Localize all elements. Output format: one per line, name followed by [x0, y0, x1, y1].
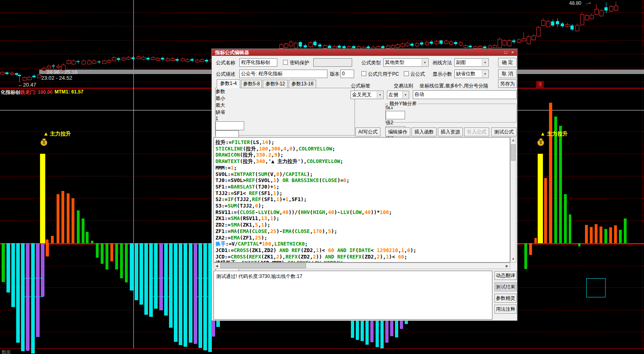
candle [386, 46, 390, 49]
action-button-测试公式[interactable]: 测试公式 [491, 127, 517, 136]
high-price-label: 48.80 [569, 0, 581, 6]
dialog-titlebar[interactable]: 指标公式编辑器 □ × [212, 49, 517, 56]
code-vscrollbar[interactable]: ▲ ▼ [510, 137, 516, 263]
indicator-tick-line [151, 297, 170, 297]
tab-参数5-8[interactable]: 参数5-8 [241, 80, 262, 88]
code-line: 换手:=V/CAPITAL*100,LINETHICK0; [215, 241, 308, 248]
scroll-left-icon[interactable]: ◀ [214, 263, 220, 269]
code-token: 1 [273, 177, 277, 183]
candle [294, 43, 298, 48]
code-hscrollbar[interactable]: ◀ ▶ [213, 263, 510, 269]
code-token: 洗码低于: [215, 260, 242, 263]
action-button-插入函数[interactable]: 插入函数 [412, 127, 437, 136]
code-token: ( [258, 190, 261, 196]
scroll-down-icon[interactable]: ▼ [511, 256, 516, 262]
code-token: TJJ2 [237, 196, 249, 202]
code-token: 2 [377, 254, 380, 260]
code-token: , [310, 228, 313, 234]
action-button-插入资源[interactable]: 插入资源 [438, 127, 463, 136]
formula-type-select[interactable]: 其他类型 ▼ [383, 58, 429, 67]
code-token: ZD2 [365, 254, 374, 260]
side-button-用法注释[interactable]: 用法注释 [494, 305, 517, 314]
ok-button[interactable]: 确 定 [498, 58, 517, 67]
code-token: ; [340, 158, 343, 164]
candle [483, 47, 486, 48]
extra-y-group: 额外Y轴分界 值1值2值3值4 [385, 104, 517, 123]
chevron-down-icon[interactable]: ▼ [402, 91, 408, 98]
formula-code-editor[interactable]: 拉升:=FILTER(LS,14);STICKLINE(拉升,100,300,4… [213, 137, 510, 263]
chevron-down-icon[interactable]: ▼ [422, 59, 428, 66]
code-token: ); [273, 215, 279, 221]
tab-参数13-16[interactable]: 参数13-16 [289, 80, 316, 88]
code-token: RSV11 [243, 215, 258, 221]
code-token: ( [246, 254, 249, 260]
code-token: := [226, 241, 232, 247]
histogram-bar [77, 210, 80, 243]
code-token: )< [319, 247, 328, 253]
side-button-测试结果[interactable]: 测试结果 [494, 282, 517, 291]
candle [469, 46, 472, 47]
param-input[interactable] [215, 121, 244, 130]
candle [279, 45, 283, 49]
histogram-bar [82, 218, 84, 243]
tab-参数1-4[interactable]: 参数1-4 [217, 79, 240, 88]
code-token: JCD1 [215, 247, 228, 253]
extra-y-item-input[interactable] [386, 111, 405, 119]
candle [551, 21, 554, 25]
chevron-down-icon[interactable]: ▼ [482, 70, 488, 77]
candle [141, 57, 146, 59]
hscroll-thumb[interactable] [220, 263, 306, 268]
version-input[interactable]: 0 [340, 70, 354, 78]
candle [27, 77, 32, 80]
code-token: MA [231, 228, 237, 234]
cancel-button[interactable]: 取 消 [498, 69, 517, 78]
code-token: ; [389, 209, 392, 215]
formula-name-input[interactable]: 程序化指标创 [239, 58, 277, 67]
code-token: 9 [274, 152, 277, 158]
candle [536, 27, 541, 36]
code-token: COLORYELLOW [307, 158, 340, 164]
code-token: ( [355, 247, 359, 253]
code-line: RSV11:=(CLOSE-LLV(LOW,40))/(HHV(HIGH,40)… [215, 209, 392, 215]
param-row-number: 1 [215, 116, 355, 121]
rise-badge: 涨 [536, 81, 544, 88]
scroll-up-icon[interactable]: ▲ [511, 138, 516, 143]
trade-rule-select[interactable]: 左侧 ▼ [387, 91, 409, 99]
close-icon[interactable]: × [509, 49, 516, 55]
formula-desc-input[interactable]: 公众号: 程序化指标 [239, 70, 327, 78]
password-protect-checkbox[interactable] [283, 60, 288, 65]
formula-desc-label: 公式描述 [216, 71, 235, 77]
code-token: ; [332, 146, 335, 152]
pc-only-checkbox[interactable] [361, 71, 366, 76]
formula-tag-select[interactable]: 金叉死叉 ▼ [351, 91, 384, 99]
code-line: DRAWICON(拉升,330.2,9); [215, 152, 283, 159]
vscroll-thumb[interactable] [511, 144, 515, 161]
code-token: TJ0 [258, 184, 267, 190]
action-button-编辑操作[interactable]: 编辑操作 [385, 127, 410, 136]
chevron-down-icon[interactable]: ▼ [482, 59, 488, 66]
bottom-left-text: 数据 [2, 349, 11, 354]
candle [595, 9, 599, 15]
coord-line-input[interactable]: 自动 [413, 90, 517, 99]
decimals-select[interactable]: 缺省位数 ▼ [454, 70, 489, 78]
code-token: ); [277, 190, 283, 196]
histogram-bar [130, 243, 133, 290]
side-button-动态翻译[interactable]: 动态翻译 [494, 271, 517, 280]
draw-method-select[interactable]: 副图 ▼ [454, 58, 489, 67]
password-input[interactable] [313, 58, 352, 67]
action-button-AI写公式[interactable]: AI写公式 [355, 127, 380, 136]
tab-参数9-12[interactable]: 参数9-12 [263, 80, 288, 88]
code-token: ))/( [289, 209, 301, 215]
cloud-formula-checkbox[interactable] [404, 71, 409, 76]
action-button-引入公式[interactable]: 引入公式 [464, 127, 489, 136]
scroll-right-icon[interactable]: ▶ [504, 263, 510, 269]
code-token: 300 [271, 146, 281, 152]
code-token: , [325, 209, 328, 215]
code-token: SF1 [291, 196, 301, 202]
histogram-bar [2, 243, 5, 282]
histogram-bar [179, 243, 182, 345]
save-as-button[interactable]: 另存为 [498, 79, 517, 88]
maximize-icon[interactable]: □ [503, 49, 509, 55]
chevron-down-icon[interactable]: ▼ [377, 91, 383, 98]
side-button-参数精灵[interactable]: 参数精灵 [494, 294, 517, 303]
